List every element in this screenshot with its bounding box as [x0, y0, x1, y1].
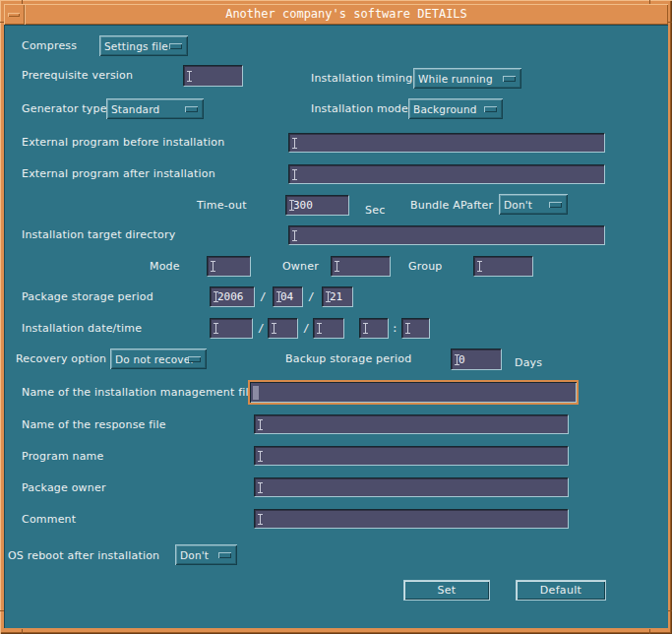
comment-input[interactable]: [254, 509, 569, 529]
external-program-after-input[interactable]: [288, 164, 605, 184]
text-cursor-icon: [326, 290, 331, 303]
installation-mode-select[interactable]: Background: [408, 98, 503, 119]
timeout-value: 300: [293, 199, 313, 212]
installation-timing-label: Installation timing: [311, 72, 412, 85]
option-menu-indicator-icon: [218, 552, 231, 558]
text-cursor-icon: [258, 513, 263, 526]
installation-timing-select[interactable]: While running: [413, 68, 521, 89]
text-cursor-icon: [335, 260, 339, 273]
generator-type-label: Generator type: [22, 102, 107, 115]
package-storage-year-input[interactable]: 2006: [210, 286, 255, 307]
text-cursor-icon: [187, 70, 192, 83]
recovery-option-select[interactable]: Do not recover: [110, 349, 207, 369]
text-cursor-block-icon: [253, 386, 259, 400]
mode-input[interactable]: [207, 256, 251, 277]
text-cursor-icon: [272, 322, 276, 335]
comment-label: Comment: [22, 513, 76, 526]
package-storage-day-value: 21: [330, 290, 342, 303]
package-storage-month-input[interactable]: 04: [273, 286, 303, 307]
compress-value: Settings file: [104, 40, 168, 52]
external-program-before-input[interactable]: [288, 133, 605, 153]
frame-tick: [649, 0, 650, 4]
bundle-ap-after-label: Bundle APafter: [410, 199, 493, 212]
text-cursor-icon: [405, 322, 410, 335]
text-cursor-icon: [477, 260, 482, 273]
option-menu-indicator-icon: [169, 43, 182, 49]
package-storage-period-label: Package storage period: [22, 290, 153, 303]
text-cursor-icon: [214, 322, 218, 335]
generator-type-value: Standard: [111, 103, 159, 115]
program-name-input[interactable]: [254, 446, 569, 466]
window-menu-button[interactable]: [4, 4, 25, 25]
timeout-unit-label: Sec: [365, 204, 385, 217]
text-cursor-icon: [292, 168, 297, 181]
package-owner-label: Package owner: [22, 481, 106, 494]
prerequisite-version-label: Prerequisite version: [22, 69, 133, 82]
management-file-label: Name of the installation management file: [22, 386, 256, 399]
time-separator: :: [392, 322, 398, 335]
timeout-input[interactable]: 300: [285, 195, 349, 216]
package-storage-month-value: 04: [280, 290, 293, 303]
installation-date-day-input[interactable]: [313, 318, 344, 339]
owner-label: Owner: [282, 260, 319, 273]
date-separator: /: [308, 290, 315, 303]
backup-storage-period-input[interactable]: 0: [451, 349, 502, 370]
bundle-ap-after-value: Don't: [504, 199, 532, 211]
frame-tick: [22, 629, 23, 634]
response-file-input[interactable]: [254, 414, 569, 434]
option-menu-indicator-icon: [549, 202, 562, 208]
group-label: Group: [408, 260, 443, 273]
program-name-label: Program name: [22, 450, 104, 463]
bundle-ap-after-select[interactable]: Don't: [499, 194, 568, 215]
owner-input[interactable]: [331, 256, 391, 277]
option-menu-indicator-icon: [188, 356, 201, 362]
default-button[interactable]: Default: [516, 580, 606, 601]
package-storage-day-input[interactable]: 21: [322, 286, 353, 307]
backup-storage-period-label: Backup storage period: [285, 352, 411, 365]
default-button-label: Default: [540, 584, 581, 597]
text-cursor-icon: [214, 290, 218, 303]
option-menu-indicator-icon: [185, 106, 198, 112]
dialog-window: Another company's software DETAILS Compr…: [0, 0, 672, 634]
installation-mode-value: Background: [413, 103, 477, 115]
installation-target-directory-input[interactable]: [288, 225, 605, 245]
option-menu-indicator-icon: [484, 106, 497, 112]
external-program-after-label: External program after installation: [22, 167, 215, 180]
os-reboot-value: Don't: [180, 549, 209, 561]
os-reboot-select[interactable]: Don't: [175, 544, 237, 565]
package-storage-year-value: 2006: [217, 290, 244, 303]
installation-date-year-input[interactable]: [210, 318, 253, 339]
timeout-label: Time-out: [197, 199, 247, 212]
text-cursor-icon: [292, 229, 297, 242]
text-cursor-icon: [292, 137, 297, 150]
date-separator: /: [258, 322, 265, 335]
window-title: Another company's software DETAILS: [225, 7, 467, 21]
set-button[interactable]: Set: [403, 580, 490, 601]
installation-mode-label: Installation mode: [311, 102, 408, 115]
window-menu-icon: [8, 13, 20, 17]
recovery-option-value: Do not recover: [115, 353, 195, 365]
installation-time-minute-input[interactable]: [401, 318, 430, 339]
window-titlebar[interactable]: Another company's software DETAILS: [25, 4, 668, 25]
backup-storage-period-unit-label: Days: [515, 356, 542, 369]
installation-timing-value: While running: [418, 73, 493, 85]
compress-label: Compress: [22, 39, 77, 52]
prerequisite-version-input[interactable]: [183, 65, 243, 87]
text-cursor-icon: [276, 290, 281, 303]
group-input[interactable]: [473, 256, 533, 277]
installation-date-month-input[interactable]: [268, 318, 298, 339]
text-cursor-icon: [317, 322, 322, 335]
package-owner-input[interactable]: [254, 477, 569, 497]
response-file-label: Name of the response file: [22, 418, 166, 431]
text-cursor-icon: [289, 199, 294, 212]
text-cursor-icon: [211, 260, 215, 273]
installation-time-hour-input[interactable]: [359, 318, 389, 339]
frame-tick: [0, 610, 4, 611]
option-menu-indicator-icon: [503, 76, 516, 82]
date-separator: /: [303, 322, 310, 335]
management-file-input[interactable]: [248, 380, 579, 405]
generator-type-select[interactable]: Standard: [106, 98, 204, 119]
recovery-option-label: Recovery option: [16, 352, 106, 365]
text-cursor-icon: [258, 450, 263, 463]
compress-select[interactable]: Settings file: [99, 35, 188, 56]
